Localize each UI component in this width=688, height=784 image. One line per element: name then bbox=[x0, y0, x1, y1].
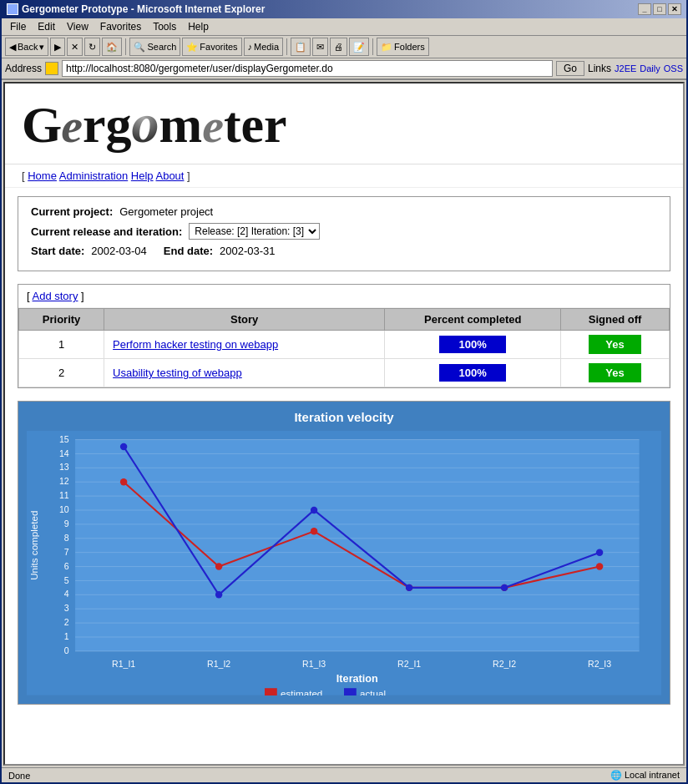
col-priority: Priority bbox=[19, 309, 104, 331]
address-input[interactable] bbox=[62, 60, 553, 77]
story-priority-2: 2 bbox=[19, 359, 104, 387]
status-left: Done bbox=[8, 771, 30, 781]
stop-button[interactable]: ✕ bbox=[67, 38, 83, 56]
svg-text:9: 9 bbox=[64, 518, 69, 529]
add-story-link[interactable]: Add story bbox=[33, 290, 78, 302]
end-date-label: End date: bbox=[164, 245, 213, 257]
svg-text:4: 4 bbox=[64, 589, 69, 599]
signed-off-button-1[interactable]: Yes bbox=[589, 335, 640, 354]
story-name-link-1[interactable]: Perform hacker testing on webapp bbox=[113, 338, 278, 351]
home-button[interactable]: 🏠 bbox=[102, 38, 122, 56]
back-button[interactable]: ◀ Back ▾ bbox=[5, 38, 48, 56]
percent-bar-2: 100% bbox=[439, 364, 506, 382]
toolbar-separator bbox=[125, 38, 126, 55]
close-button[interactable]: ✕ bbox=[668, 3, 681, 15]
link-daily[interactable]: Daily bbox=[640, 63, 660, 73]
svg-text:R2_I2: R2_I2 bbox=[493, 659, 516, 669]
story-name-link-2[interactable]: Usability testing of webapp bbox=[113, 367, 242, 379]
svg-point-37 bbox=[311, 528, 317, 534]
status-right: 🌐 Local intranet bbox=[610, 770, 680, 781]
svg-point-35 bbox=[120, 478, 127, 485]
status-intranet-label: Local intranet bbox=[625, 770, 680, 780]
story-priority-1: 1 bbox=[19, 331, 104, 359]
link-j2ee[interactable]: J2EE bbox=[615, 63, 636, 73]
story-signed-off-2: Yes bbox=[561, 359, 670, 387]
address-label: Address bbox=[5, 63, 42, 74]
current-project-value: Gergometer project bbox=[119, 205, 213, 218]
svg-text:actual: actual bbox=[360, 688, 386, 695]
minimize-button[interactable]: _ bbox=[638, 3, 651, 15]
col-percent: Percent completed bbox=[385, 309, 561, 331]
print-button[interactable]: 🖨 bbox=[330, 38, 347, 56]
menu-tools[interactable]: Tools bbox=[148, 20, 181, 33]
title-bar: Gergometer Prototype - Microsoft Interne… bbox=[2, 0, 686, 18]
link-oss[interactable]: OSS bbox=[664, 63, 683, 73]
story-signed-off-1: Yes bbox=[561, 331, 670, 359]
nav-about[interactable]: About bbox=[155, 169, 184, 182]
window-title: Gergometer Prototype - Microsoft Interne… bbox=[22, 3, 265, 15]
history-button[interactable]: 📋 bbox=[291, 38, 311, 56]
refresh-button[interactable]: ↻ bbox=[84, 38, 100, 56]
svg-text:6: 6 bbox=[64, 561, 69, 571]
search-button[interactable]: 🔍 Search bbox=[129, 38, 180, 56]
svg-rect-56 bbox=[344, 688, 357, 695]
svg-text:2: 2 bbox=[64, 617, 69, 627]
status-intranet-icon: 🌐 bbox=[610, 770, 625, 780]
story-link-1: Perform hacker testing on webapp bbox=[104, 331, 385, 359]
svg-text:11: 11 bbox=[59, 490, 69, 500]
start-date-value: 2002-03-04 bbox=[91, 245, 147, 257]
maximize-button[interactable]: □ bbox=[653, 3, 666, 15]
nav-help[interactable]: Help bbox=[131, 169, 154, 182]
svg-text:10: 10 bbox=[59, 504, 69, 514]
window-icon bbox=[7, 3, 18, 15]
current-project-label: Current project: bbox=[31, 205, 113, 218]
svg-text:Iteration: Iteration bbox=[336, 673, 378, 685]
menu-view[interactable]: View bbox=[62, 20, 94, 33]
add-story-bar: [ Add story ] bbox=[18, 285, 670, 308]
nav-administration[interactable]: Administration bbox=[59, 169, 128, 182]
forward-button[interactable]: ▶ bbox=[50, 38, 65, 56]
media-button[interactable]: ♪ Media bbox=[244, 38, 283, 56]
go-button[interactable]: Go bbox=[556, 61, 584, 76]
iteration-select[interactable]: Release: [2] Iteration: [3] Release: [2]… bbox=[189, 223, 320, 240]
table-header-row: Priority Story Percent completed Signed … bbox=[19, 309, 670, 331]
svg-text:R1_I2: R1_I2 bbox=[207, 659, 230, 669]
chart-title: Iteration velocity bbox=[27, 410, 661, 424]
app-nav: [ Home Administration Help About ] bbox=[5, 164, 683, 188]
menu-edit[interactable]: Edit bbox=[33, 20, 60, 33]
mail-button[interactable]: ✉ bbox=[312, 38, 328, 56]
stories-section: [ Add story ] Priority Story Percent com… bbox=[18, 284, 670, 388]
project-dates-row: Start date: 2002-03-04 End date: 2002-03… bbox=[31, 245, 657, 257]
folders-button[interactable]: 📁 Folders bbox=[377, 38, 429, 56]
status-bar: Done 🌐 Local intranet bbox=[2, 767, 686, 782]
chart-inner: 0 1 2 3 4 5 6 7 8 9 10 11 12 13 bbox=[27, 431, 661, 695]
svg-text:14: 14 bbox=[59, 448, 69, 458]
svg-point-46 bbox=[596, 549, 603, 555]
svg-text:5: 5 bbox=[64, 575, 69, 585]
menu-file[interactable]: File bbox=[5, 20, 31, 33]
favorites-button[interactable]: ⭐ Favorites bbox=[182, 38, 241, 56]
links-label: Links bbox=[588, 63, 611, 74]
svg-point-43 bbox=[311, 507, 317, 513]
menu-help[interactable]: Help bbox=[183, 20, 214, 33]
project-box: Current project: Gergometer project Curr… bbox=[18, 196, 670, 271]
signed-off-button-2[interactable]: Yes bbox=[589, 363, 640, 382]
svg-text:0: 0 bbox=[64, 645, 69, 655]
svg-point-40 bbox=[596, 563, 603, 569]
nav-home[interactable]: Home bbox=[28, 169, 57, 182]
release-iteration-label: Current release and iteration: bbox=[31, 225, 182, 238]
story-percent-1: 100% bbox=[385, 331, 561, 359]
svg-rect-54 bbox=[265, 688, 277, 695]
menu-favorites[interactable]: Favorites bbox=[95, 20, 146, 33]
edit-button[interactable]: 📝 bbox=[349, 38, 369, 56]
chart-svg: 0 1 2 3 4 5 6 7 8 9 10 11 12 13 bbox=[27, 431, 661, 695]
window-controls[interactable]: _ □ ✕ bbox=[638, 3, 681, 15]
svg-text:R1_I3: R1_I3 bbox=[302, 659, 326, 669]
svg-text:estimated: estimated bbox=[281, 688, 322, 695]
story-link-2: Usability testing of webapp bbox=[104, 359, 385, 387]
end-date-value: 2002-03-31 bbox=[220, 245, 276, 257]
svg-point-42 bbox=[215, 591, 222, 598]
toolbar-separator-2 bbox=[286, 38, 287, 55]
svg-text:8: 8 bbox=[64, 533, 69, 543]
svg-text:Units completed: Units completed bbox=[28, 511, 39, 580]
